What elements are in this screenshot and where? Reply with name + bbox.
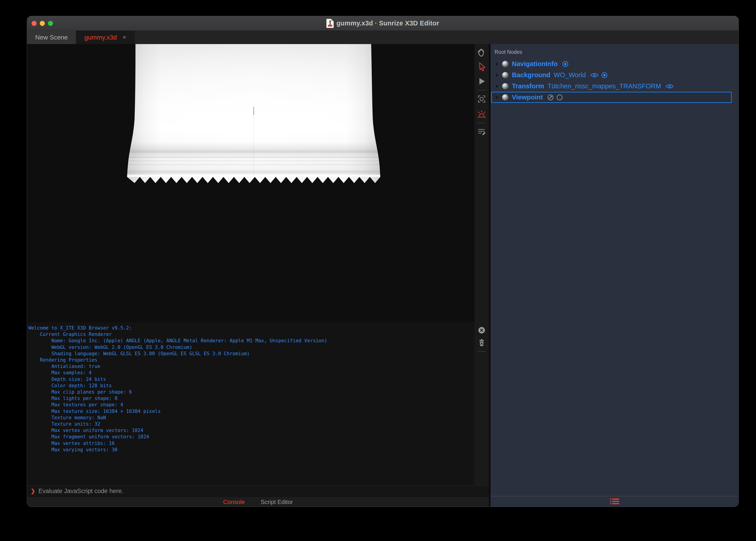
app-window: gummy.x3d · Sunrize X3D Editor New Scene… xyxy=(27,16,739,507)
console-output[interactable]: Welcome to X_ITE X3D Browser v9.5.2: Cur… xyxy=(27,322,474,485)
expand-arrow-icon[interactable] xyxy=(496,96,499,99)
expand-arrow-icon[interactable] xyxy=(496,62,499,66)
trash-icon xyxy=(477,338,486,347)
node-sphere-icon xyxy=(502,94,508,101)
console-line: Max fragment uniform vectors: 1024 xyxy=(28,434,474,440)
outline-panel: Root Nodes NavigationInfo xyxy=(489,44,738,507)
node-sphere-icon xyxy=(502,83,508,90)
tree-row-navigationinfo[interactable]: NavigationInfo xyxy=(491,58,732,70)
bind-state-icon[interactable] xyxy=(562,61,569,67)
console-toolstrip xyxy=(474,322,489,485)
node-type-label: Transform xyxy=(512,82,544,90)
toolbar-divider xyxy=(478,90,486,90)
clear-console-button[interactable] xyxy=(476,337,487,348)
console-line: Max vertex uniform vectors: 1024 xyxy=(28,427,474,434)
console-line: Color depth: 128 bits xyxy=(28,382,474,389)
main-content: Welcome to X_ITE X3D Browser v9.5.2: Cur… xyxy=(27,44,738,507)
script-editor-tab[interactable]: Script Editor xyxy=(261,499,293,506)
tree-row-viewpoint[interactable]: Viewpoint xyxy=(491,92,732,103)
console-line: Shading language: WebGL GLSL ES 3.00 (Op… xyxy=(28,350,474,357)
play-icon xyxy=(477,76,487,86)
console-line: Max texture size: 16384 × 16384 pixels xyxy=(28,408,474,414)
console-line: Name: Google Inc. (Apple) ANGLE (Apple, … xyxy=(28,337,474,344)
zoom-window-button[interactable] xyxy=(48,21,53,26)
tab-gummy-x3d-label: gummy.x3d xyxy=(84,34,117,41)
console-line: Max clip planes per shape: 6 xyxy=(28,389,474,395)
tab-close-icon[interactable]: × xyxy=(123,34,126,41)
3d-viewport[interactable] xyxy=(27,44,474,322)
editor-column: Welcome to X_ITE X3D Browser v9.5.2: Cur… xyxy=(27,44,489,507)
console-row: Welcome to X_ITE X3D Browser v9.5.2: Cur… xyxy=(27,322,489,485)
tree-row-transform[interactable]: Transform Tütchen_rissc_mappes_TRANSFORM xyxy=(491,81,732,92)
prompt-chevron-icon: ❯ xyxy=(31,488,35,494)
console-tab[interactable]: Console xyxy=(223,499,245,506)
close-window-button[interactable] xyxy=(32,21,37,26)
tab-bar: New Scene gummy.x3d × xyxy=(27,31,738,44)
window-title: gummy.x3d · Sunrize X3D Editor xyxy=(336,20,439,27)
select-tool-button[interactable] xyxy=(476,61,487,72)
console-line: Max vertex attribs: 16 xyxy=(28,440,474,446)
node-type-label: Background xyxy=(512,71,550,79)
js-eval-input[interactable] xyxy=(38,488,489,495)
environment-light-button[interactable] xyxy=(476,109,487,120)
close-console-button[interactable] xyxy=(476,325,487,336)
minimize-window-button[interactable] xyxy=(40,21,45,26)
hand-icon xyxy=(476,47,487,58)
console-line: Max textures per shape: 4 xyxy=(28,401,474,408)
outline-bottom-bar xyxy=(491,496,738,507)
viewport-toolstrip xyxy=(474,44,489,322)
script-edit-icon xyxy=(477,127,487,137)
console-line: Rendering Properties xyxy=(28,357,474,363)
console-line: Antialiased: true xyxy=(28,363,474,369)
console-line: Texture memory: NaN xyxy=(28,414,474,421)
toolbar-divider xyxy=(478,351,486,351)
toolbar-divider xyxy=(478,123,486,123)
console-line: Welcome to X_ITE X3D Browser v9.5.2: xyxy=(28,325,474,331)
console-line: WebGL version: WebGL 2.0 (OpenGL ES 3.0 … xyxy=(28,344,474,350)
outline-header: Root Nodes xyxy=(491,44,738,58)
pan-tool-button[interactable] xyxy=(476,47,487,58)
js-prompt-row: ❯ xyxy=(27,485,489,496)
viewport-row xyxy=(27,44,489,322)
traffic-lights xyxy=(32,16,53,30)
expand-arrow-icon[interactable] xyxy=(496,85,499,88)
node-def-name: Tütchen_rissc_mappes_TRANSFORM xyxy=(548,82,661,90)
unbound-circle-icon[interactable] xyxy=(556,94,563,101)
node-list-icon[interactable] xyxy=(609,498,620,505)
node-type-label: Viewpoint xyxy=(512,94,543,101)
expand-arrow-icon[interactable] xyxy=(496,73,499,77)
capture-icon xyxy=(477,94,487,104)
node-def-name: WO_World xyxy=(554,71,586,79)
play-button[interactable] xyxy=(476,76,487,87)
visibility-eye-icon[interactable] xyxy=(665,83,674,89)
desktop: gummy.x3d · Sunrize X3D Editor New Scene… xyxy=(0,0,756,541)
tab-gummy-x3d[interactable]: gummy.x3d × xyxy=(76,31,135,44)
console-line: Current Graphics Renderer xyxy=(28,331,474,337)
titlebar: gummy.x3d · Sunrize X3D Editor xyxy=(27,16,738,31)
window-title-group: gummy.x3d · Sunrize X3D Editor xyxy=(326,19,439,28)
tab-new-scene[interactable]: New Scene xyxy=(27,31,76,44)
node-sphere-icon xyxy=(502,72,508,78)
console-line: Max samples: 4 xyxy=(28,369,474,376)
script-editor-button[interactable] xyxy=(476,126,487,137)
gummy-bag-model xyxy=(123,44,384,185)
node-tree: NavigationInfo Background WO_World xyxy=(491,58,738,103)
console-line: Max lights per shape: 8 xyxy=(28,395,474,401)
node-type-label: NavigationInfo xyxy=(512,60,558,68)
cursor-arrow-icon xyxy=(476,62,487,72)
x3d-file-icon xyxy=(326,19,334,28)
node-sphere-icon xyxy=(502,61,508,67)
console-line: Max varying vectors: 30 xyxy=(28,446,474,453)
frame-capture-button[interactable] xyxy=(476,94,487,105)
close-circle-icon xyxy=(477,325,486,335)
tool-wrench-icon[interactable] xyxy=(547,94,554,101)
console-line: Texture units: 32 xyxy=(28,421,474,427)
bind-state-icon[interactable] xyxy=(601,72,608,79)
panel-switch-bar: Console Script Editor xyxy=(27,496,489,507)
tab-new-scene-label: New Scene xyxy=(35,34,68,41)
visibility-eye-icon[interactable] xyxy=(590,72,599,78)
console-line: Depth size: 24 bits xyxy=(28,376,474,382)
tree-row-background[interactable]: Background WO_World xyxy=(491,70,732,81)
sunrise-icon xyxy=(476,109,487,119)
